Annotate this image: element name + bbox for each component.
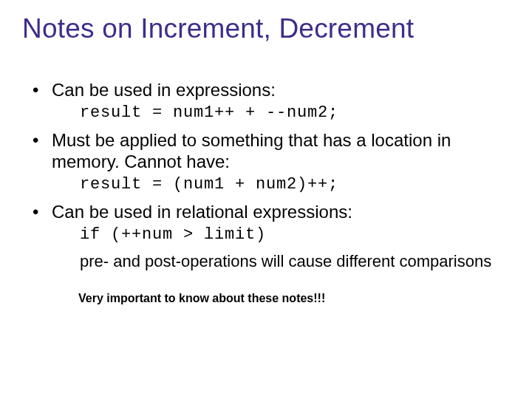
bullet-list: Can be used in expressions: result = num… xyxy=(31,80,511,271)
code-line: if (++num > limit) xyxy=(80,225,511,245)
bullet-item: Can be used in expressions: result = num… xyxy=(31,80,511,123)
slide-title: Notes on Increment, Decrement xyxy=(22,13,511,44)
slide: Notes on Increment, Decrement Can be use… xyxy=(0,0,532,399)
bullet-text: Can be used in relational expressions: xyxy=(52,202,352,222)
bullet-text: Can be used in expressions: xyxy=(52,80,276,100)
bullet-subtext: pre- and post-operations will cause diff… xyxy=(80,252,511,271)
bullet-item: Must be applied to something that has a … xyxy=(31,130,511,194)
bullet-item: Can be used in relational expressions: i… xyxy=(31,202,511,271)
code-line: result = num1++ + --num2; xyxy=(80,103,511,123)
bullet-text: Must be applied to something that has a … xyxy=(52,130,451,171)
footnote: Very important to know about these notes… xyxy=(78,292,511,305)
code-line: result = (num1 + num2)++; xyxy=(80,175,511,194)
